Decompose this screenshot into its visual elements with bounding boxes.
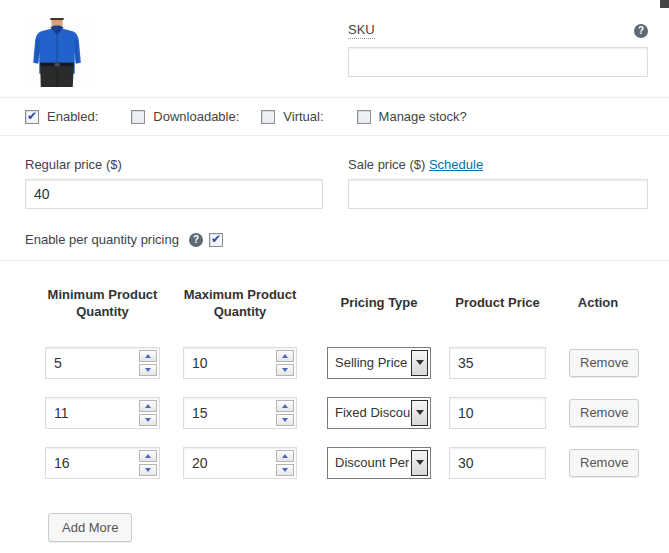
max-quantity-stepper bbox=[183, 347, 297, 379]
action-cell: Remove bbox=[569, 349, 627, 377]
spin-down-button[interactable] bbox=[276, 464, 294, 476]
price-section: Regular price ($) Sale price ($) Schedul… bbox=[0, 136, 669, 209]
pricing-type-select[interactable]: Selling Price bbox=[327, 347, 431, 379]
table-row: Discount Per Remove bbox=[45, 447, 669, 479]
spinner bbox=[276, 450, 294, 476]
dropdown-arrow-button bbox=[411, 400, 428, 426]
product-price-cell bbox=[449, 447, 546, 479]
spin-down-button[interactable] bbox=[139, 364, 157, 376]
header-action: Action bbox=[569, 295, 627, 312]
enabled-label: Enabled: bbox=[47, 109, 98, 124]
variation-options-row: Enabled: Downloadable: Virtual: Manage s… bbox=[0, 98, 669, 135]
pricing-type-value: Fixed Discou bbox=[335, 405, 410, 420]
pricing-type-value: Discount Per bbox=[335, 455, 409, 470]
chevron-down-icon bbox=[416, 460, 424, 465]
per-quantity-help-icon[interactable]: ? bbox=[189, 233, 203, 247]
corner-fragment bbox=[660, 0, 669, 8]
arrow-down-icon bbox=[145, 418, 151, 422]
regular-price-label: Regular price ($) bbox=[25, 157, 323, 172]
header-max-quantity: Maximum Product Quantity bbox=[183, 287, 297, 321]
product-price-input[interactable] bbox=[449, 397, 546, 429]
manage-stock-checkbox[interactable] bbox=[357, 110, 371, 124]
arrow-down-icon bbox=[282, 418, 288, 422]
virtual-option: Virtual: bbox=[261, 109, 323, 124]
min-quantity-stepper bbox=[45, 347, 160, 379]
downloadable-checkbox[interactable] bbox=[131, 110, 145, 124]
variation-panel: SKU ? Enabled: Downloadable: Virtual: Ma… bbox=[0, 0, 669, 553]
pricing-type-value: Selling Price bbox=[335, 355, 407, 370]
chevron-down-icon bbox=[416, 410, 424, 415]
virtual-label: Virtual: bbox=[283, 109, 323, 124]
product-image[interactable] bbox=[25, 18, 89, 87]
spin-down-button[interactable] bbox=[139, 414, 157, 426]
enabled-option: Enabled: bbox=[25, 109, 98, 124]
per-quantity-toggle-row: Enable per quantity pricing ? bbox=[0, 209, 669, 260]
spin-up-button[interactable] bbox=[276, 450, 294, 462]
spin-up-button[interactable] bbox=[139, 450, 157, 462]
pricing-type-select[interactable]: Discount Per bbox=[327, 447, 431, 479]
quantity-pricing-table: Minimum Product Quantity Maximum Product… bbox=[0, 261, 669, 542]
arrow-down-icon bbox=[145, 468, 151, 472]
arrow-up-icon bbox=[282, 454, 288, 458]
manage-stock-option: Manage stock? bbox=[357, 109, 467, 124]
spinner bbox=[276, 400, 294, 426]
schedule-link[interactable]: Schedule bbox=[429, 157, 483, 172]
spin-down-button[interactable] bbox=[139, 464, 157, 476]
arrow-down-icon bbox=[282, 468, 288, 472]
arrow-down-icon bbox=[145, 368, 151, 372]
arrow-up-icon bbox=[145, 354, 151, 358]
arrow-up-icon bbox=[282, 354, 288, 358]
table-header-row: Minimum Product Quantity Maximum Product… bbox=[45, 287, 669, 321]
per-quantity-checkbox[interactable] bbox=[209, 233, 223, 247]
remove-button[interactable]: Remove bbox=[569, 349, 639, 377]
arrow-up-icon bbox=[282, 404, 288, 408]
add-more-row: Add More bbox=[45, 497, 669, 542]
spinner bbox=[139, 400, 157, 426]
max-quantity-stepper bbox=[183, 447, 297, 479]
remove-button[interactable]: Remove bbox=[569, 449, 639, 477]
spin-down-button[interactable] bbox=[276, 364, 294, 376]
table-row: Selling Price Remove bbox=[45, 347, 669, 379]
header-pricing-type: Pricing Type bbox=[327, 295, 431, 312]
enabled-checkbox[interactable] bbox=[25, 110, 39, 124]
sale-price-label: Sale price ($) bbox=[348, 157, 425, 172]
top-section: SKU ? bbox=[0, 0, 669, 87]
spin-up-button[interactable] bbox=[139, 400, 157, 412]
sale-price-field: Sale price ($) Schedule bbox=[348, 157, 648, 209]
arrow-up-icon bbox=[145, 404, 151, 408]
product-price-cell bbox=[449, 347, 546, 379]
product-price-input[interactable] bbox=[449, 447, 546, 479]
arrow-down-icon bbox=[282, 368, 288, 372]
spin-up-button[interactable] bbox=[276, 350, 294, 362]
arrow-up-icon bbox=[145, 454, 151, 458]
table-row: Fixed Discou Remove bbox=[45, 397, 669, 429]
pricing-type-select[interactable]: Fixed Discou bbox=[327, 397, 431, 429]
per-quantity-label: Enable per quantity pricing bbox=[25, 232, 179, 247]
product-price-cell bbox=[449, 397, 546, 429]
sale-price-input[interactable] bbox=[348, 179, 648, 209]
downloadable-label: Downloadable: bbox=[153, 109, 239, 124]
dropdown-arrow-button bbox=[411, 350, 428, 376]
action-cell: Remove bbox=[569, 399, 627, 427]
header-min-quantity: Minimum Product Quantity bbox=[45, 287, 160, 321]
max-quantity-stepper bbox=[183, 397, 297, 429]
sku-label: SKU bbox=[348, 22, 375, 39]
spin-up-button[interactable] bbox=[139, 350, 157, 362]
spinner bbox=[139, 450, 157, 476]
spin-up-button[interactable] bbox=[276, 400, 294, 412]
sku-column: SKU ? bbox=[348, 18, 648, 87]
regular-price-input[interactable] bbox=[25, 179, 323, 209]
header-product-price: Product Price bbox=[449, 295, 546, 312]
add-more-button[interactable]: Add More bbox=[48, 513, 132, 542]
virtual-checkbox[interactable] bbox=[261, 110, 275, 124]
remove-button[interactable]: Remove bbox=[569, 399, 639, 427]
min-quantity-stepper bbox=[45, 397, 160, 429]
downloadable-option: Downloadable: bbox=[131, 109, 239, 124]
sku-input[interactable] bbox=[348, 47, 648, 77]
sku-help-icon[interactable]: ? bbox=[634, 24, 648, 38]
spin-down-button[interactable] bbox=[276, 414, 294, 426]
product-price-input[interactable] bbox=[449, 347, 546, 379]
spinner bbox=[276, 350, 294, 376]
spinner bbox=[139, 350, 157, 376]
image-column bbox=[25, 18, 348, 87]
